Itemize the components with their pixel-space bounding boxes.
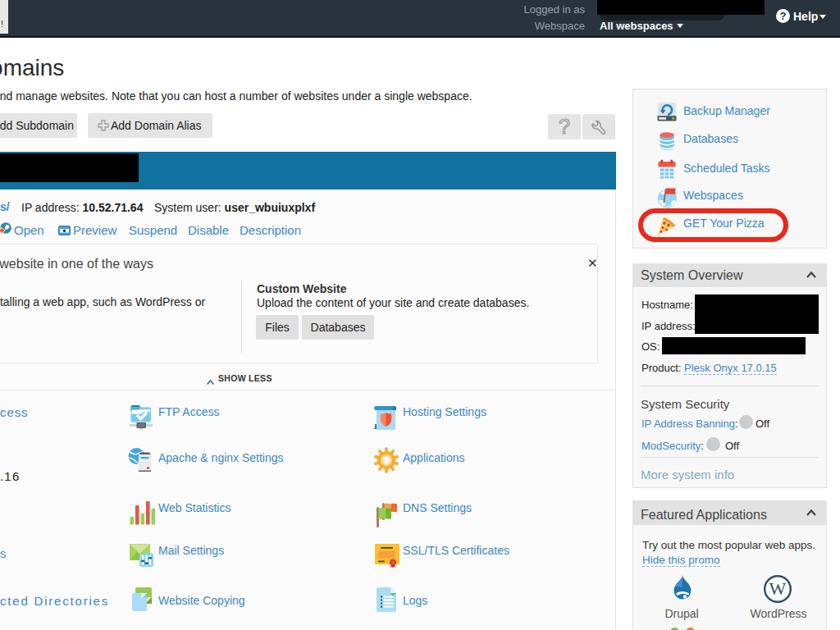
svg-text:W: W: [769, 578, 787, 599]
